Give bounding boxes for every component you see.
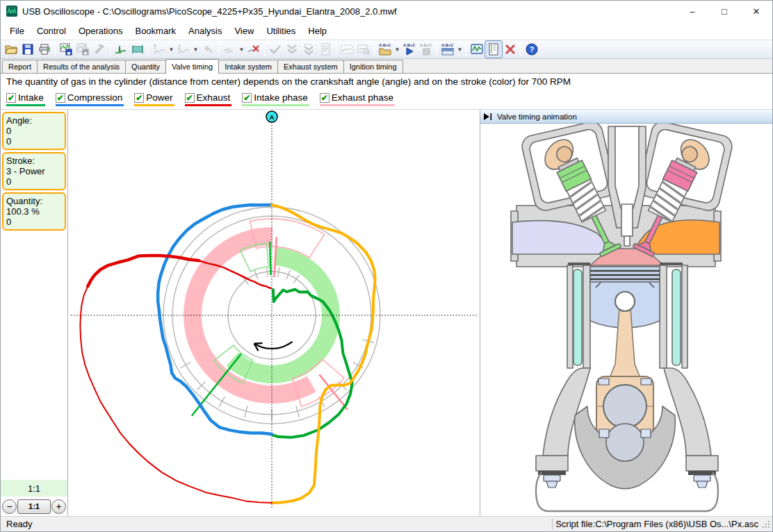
grid-tick xyxy=(267,267,268,276)
tab-report[interactable]: Report xyxy=(2,60,38,73)
readout-aux: 0 xyxy=(6,176,62,187)
tab-results-of-the-analysis[interactable]: Results of the analysis xyxy=(37,60,126,73)
menu-item-utilities[interactable]: Utilities xyxy=(260,23,302,39)
tab-quantity[interactable]: Quantity xyxy=(125,60,166,73)
legend-item-compression[interactable]: ✔Compression xyxy=(56,92,123,106)
toolbar-script-run-icon[interactable]: A:B+C xyxy=(401,41,418,58)
menu-item-control[interactable]: Control xyxy=(31,23,72,39)
menu-item-file[interactable]: File xyxy=(3,23,31,39)
checkbox-icon[interactable]: ✔ xyxy=(242,93,252,103)
menu-item-analysis[interactable]: Analysis xyxy=(182,23,228,39)
resize-grip[interactable] xyxy=(761,519,771,529)
checkbox-icon[interactable]: ✔ xyxy=(56,93,65,103)
polar-chart-area[interactable]: A xyxy=(68,110,480,516)
legend-color-bar xyxy=(134,104,174,106)
menu-bar: FileControlOperationsBookmarkAnalysisVie… xyxy=(1,22,772,40)
animation-body xyxy=(480,124,772,516)
toolbar-remove-waveform-icon[interactable] xyxy=(245,41,262,58)
zoom-out-button[interactable]: − xyxy=(2,499,17,514)
toolbar-apply-down-all-icon xyxy=(300,41,317,58)
toolbar-next-waveform-dropdown-icon[interactable]: ▼ xyxy=(192,41,200,58)
checkbox-icon[interactable]: ✔ xyxy=(320,93,329,103)
toolbar-script-open-dropdown-icon[interactable]: ▼ xyxy=(393,41,401,58)
zoom-reset-button[interactable]: 1:1 xyxy=(17,499,51,514)
toolbar-next-waveform-icon xyxy=(175,41,192,58)
readout-quantity: Quantity:100.3 %0 xyxy=(2,192,66,231)
legend-item-power[interactable]: ✔Power xyxy=(134,92,172,106)
toolbar-open-file-icon[interactable] xyxy=(3,41,19,58)
toolbar-separator xyxy=(55,42,56,56)
tab-valve-timing[interactable]: Valve timing xyxy=(165,59,219,74)
toolbar-signal-region-icon[interactable] xyxy=(129,41,146,58)
checkbox-icon[interactable]: ✔ xyxy=(185,93,195,103)
exhaust-close-marker xyxy=(274,237,277,277)
app-window: USB Oscilloscope - C:\Oscillograms\PicoS… xyxy=(0,0,773,532)
readout-angle: Angle:00 xyxy=(2,112,66,150)
rotation-arrow-head xyxy=(254,343,263,344)
toolbar-apply-down-icon xyxy=(284,41,300,58)
checkbox-icon[interactable]: ✔ xyxy=(6,93,16,103)
toolbar-separator xyxy=(521,42,521,56)
tab-intake-system[interactable]: Intake system xyxy=(218,60,278,73)
animation-header-label: Valve timing animation xyxy=(497,113,577,121)
scale-display: 1:1 xyxy=(1,480,67,497)
wrist-pin xyxy=(615,292,635,311)
play-animation-icon[interactable] xyxy=(483,113,493,121)
toolbar-help-icon[interactable]: ? xyxy=(523,41,540,58)
maximize-button[interactable]: □ xyxy=(708,1,740,22)
menu-item-view[interactable]: View xyxy=(228,23,260,39)
legend-label: Power xyxy=(146,92,172,103)
toolbar-view-chart-icon[interactable] xyxy=(469,41,485,58)
legend-color-bar xyxy=(185,104,232,106)
cylinder-wall-right xyxy=(660,265,667,368)
toolbar-save-oscillogram-icon[interactable] xyxy=(58,41,74,58)
checkbox-icon[interactable]: ✔ xyxy=(134,93,144,103)
toolbar-script-panel-dropdown-icon[interactable]: ▼ xyxy=(456,41,464,58)
crank-journal xyxy=(603,385,646,428)
toolbar-single-signal-icon[interactable] xyxy=(113,41,129,58)
svg-text:A:B+C: A:B+C xyxy=(379,43,391,47)
legend-label: Exhaust phase xyxy=(332,92,393,103)
toolbar-view-report-icon[interactable] xyxy=(485,41,502,58)
legend-item-intake-phase[interactable]: ✔Intake phase xyxy=(242,92,307,106)
legend-color-bar xyxy=(56,104,124,106)
valve-timing-polar-chart[interactable]: A xyxy=(68,110,480,517)
close-button[interactable]: ✕ xyxy=(740,1,772,22)
menu-item-operations[interactable]: Operations xyxy=(72,23,129,39)
readout-label: Angle: xyxy=(6,115,62,126)
legend-label: Compression xyxy=(67,92,123,103)
toolbar-script-stop-icon: A:B+C xyxy=(418,41,434,58)
legend-item-intake[interactable]: ✔Intake xyxy=(6,92,44,106)
crank-hub xyxy=(606,424,644,461)
toolbar-save-file-icon[interactable] xyxy=(19,41,36,58)
toolbar-prev-waveform-dropdown-icon[interactable]: ▼ xyxy=(168,41,175,58)
toolbar-print-icon[interactable] xyxy=(36,41,53,58)
menu-item-help[interactable]: Help xyxy=(302,23,333,39)
toolbar-chart-frame-icon xyxy=(339,41,355,58)
svg-text:A:B+C: A:B+C xyxy=(420,43,432,47)
menu-item-bookmark[interactable]: Bookmark xyxy=(129,23,182,39)
tab-exhaust-system[interactable]: Exhaust system xyxy=(277,60,344,73)
legend-color-bar xyxy=(242,104,309,106)
window-controls: –□✕ xyxy=(676,1,772,22)
tab-ignition-timing[interactable]: Ignition timing xyxy=(343,60,403,73)
readout-label: Quantity: xyxy=(6,196,62,206)
toolbar-close-analysis-icon[interactable] xyxy=(502,41,519,58)
zoom-in-button[interactable]: + xyxy=(51,499,66,514)
legend-item-exhaust-phase[interactable]: ✔Exhaust phase xyxy=(320,92,393,106)
legend-item-exhaust[interactable]: ✔Exhaust xyxy=(185,92,231,106)
toolbar-script-open-icon[interactable]: A:B+C xyxy=(377,41,393,58)
minimize-button[interactable]: – xyxy=(676,1,708,22)
zoom-controls: − 1:1 + xyxy=(1,498,67,515)
toolbar-overlay-waveform-dropdown-icon[interactable]: ▼ xyxy=(238,41,245,58)
toolbar-overlay-waveform-icon xyxy=(221,41,238,58)
toolbar-separator xyxy=(336,42,336,56)
legend-label: Exhaust xyxy=(197,92,231,103)
toolbar-prev-waveform-icon xyxy=(151,41,168,58)
window-title: USB Oscilloscope - C:\Oscillograms\PicoS… xyxy=(22,6,676,17)
status-script-file: Script file:C:\Program Files (x86)\USB O… xyxy=(552,519,761,529)
title-bar: USB Oscilloscope - C:\Oscillograms\PicoS… xyxy=(1,1,772,22)
intake-phase-ring xyxy=(226,247,340,383)
legend-label: Intake phase xyxy=(254,92,307,103)
toolbar-script-panel-icon[interactable]: A:B+C xyxy=(439,41,456,58)
